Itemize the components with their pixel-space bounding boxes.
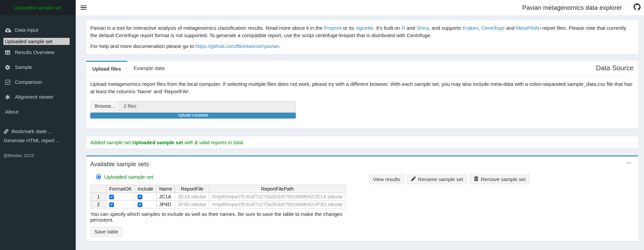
table-row: 1 JC1A JC1A.tabular /tmp/RtmpwYfc3I/af71…	[91, 193, 346, 200]
gear-icon	[5, 65, 13, 70]
include-cell	[135, 193, 156, 200]
table-note: You can specify which samples to include…	[90, 211, 362, 223]
column-header: Name	[156, 185, 175, 193]
inline-link[interactable]: Shiny	[416, 25, 429, 31]
collapse-button[interactable]: —	[624, 160, 633, 166]
pencil-icon	[411, 176, 416, 182]
minus-icon: —	[626, 160, 631, 166]
sidebar-item-label: About	[5, 108, 18, 115]
column-header: ReportFile	[175, 185, 209, 193]
sidebar: Data Input Uploaded sample set Results O…	[0, 15, 76, 250]
formatok-cell	[106, 193, 135, 200]
name-cell[interactable]: JP4D	[156, 200, 175, 208]
link-icon	[4, 129, 10, 134]
sidebar-item-data-input[interactable]: Data Input	[0, 23, 76, 38]
panel-body: Uploaded sample set FormatOK Include Nam…	[90, 172, 633, 236]
tab-upload-files[interactable]: Upload files	[86, 61, 127, 75]
inline-link[interactable]: vignette	[356, 25, 374, 31]
inline-link[interactable]: Kraken	[462, 25, 479, 31]
sidebar-item-about[interactable]: About	[0, 104, 76, 119]
box-title-data-source: Data Source	[596, 61, 638, 75]
asterisk-icon	[5, 95, 13, 100]
hamburger-icon	[80, 9, 87, 10]
remove-sample-set-button[interactable]: Remove sample set	[470, 174, 530, 184]
sidebar-item-label: Alignment viewer	[15, 94, 53, 100]
column-header: Include	[135, 185, 156, 193]
panel-header: Available sample sets —	[90, 160, 633, 169]
include-cell	[135, 200, 156, 208]
report-file-cell: JC1A.tabular	[175, 193, 209, 200]
sample-set-actions: View results Rename sample set Remove sa…	[369, 174, 633, 184]
upload-progress-bar: Upload complete	[90, 112, 296, 119]
sample-set-option: Uploaded sample set	[96, 174, 362, 180]
row-number: 1	[91, 193, 106, 200]
inline-link[interactable]: Centrifuge	[481, 25, 505, 31]
inline-link[interactable]: MetaPhlAn	[516, 25, 541, 31]
upload-description: Upload metagenomics report files from th…	[90, 80, 633, 95]
sidebar-item-label: Results Overview	[15, 49, 54, 56]
inline-link[interactable]: R	[402, 25, 405, 31]
generate-report-link[interactable]: Generate HTML report ...	[0, 136, 76, 145]
trash-icon	[474, 176, 478, 182]
button-label: Rename sample set	[418, 176, 463, 182]
available-sample-sets-panel: Available sample sets — Uploaded sample …	[86, 155, 638, 241]
app-logo-sample-set[interactable]: Uploaded sample set	[0, 0, 76, 15]
help-text: For help and more documenation please go…	[90, 43, 633, 50]
bookmark-state-link[interactable]: Bookmark state ...	[0, 127, 76, 136]
pavian-app: Uploaded sample set Pavian metagenomics …	[0, 0, 644, 250]
sample-set-radio-label: Uploaded sample set	[104, 174, 153, 180]
save-table-button[interactable]: Save table	[90, 227, 122, 236]
actions-column: View results Rename sample set Remove sa…	[362, 172, 633, 236]
report-file-cell: JP4D.tabular	[175, 200, 209, 208]
browse-button[interactable]: Browse...	[90, 101, 119, 111]
tab-header: Upload files Example data Data Source	[86, 61, 638, 76]
table-icon	[5, 50, 13, 55]
page-title: Pavian metagenomics data explorer	[522, 4, 629, 11]
github-link[interactable]	[630, 0, 644, 15]
rename-sample-set-button[interactable]: Rename sample set	[407, 174, 467, 184]
column-header: ReportFilePath	[209, 185, 346, 193]
column-header: FormatOK	[106, 185, 135, 193]
file-input-group: Browse... 2 files	[90, 101, 296, 111]
table-header-row: FormatOK Include Name ReportFile ReportF…	[91, 185, 346, 193]
top-header: Uploaded sample set Pavian metagenomics …	[0, 0, 644, 15]
upload-tab-content: Upload metagenomics report files from th…	[86, 76, 638, 129]
include-checkbox[interactable]	[138, 195, 142, 199]
formatok-checkbox[interactable]	[109, 202, 114, 207]
report-file-path-cell: /tmp/RtmpwYfc3I/af71275a2b3c87591868fe92…	[209, 193, 346, 200]
sidebar-link-label: Generate HTML report ...	[4, 137, 60, 144]
name-cell[interactable]: JC1A	[156, 193, 175, 200]
samples-table: FormatOK Include Name ReportFile ReportF…	[90, 185, 346, 208]
view-results-button[interactable]: View results	[369, 174, 404, 184]
navbar-right: Pavian metagenomics data explorer	[522, 0, 644, 15]
include-checkbox[interactable]	[138, 202, 142, 207]
sidebar-item-comparison[interactable]: Comparison	[0, 75, 76, 90]
sidebar-item-alignment-viewer[interactable]: Alignment viewer	[0, 90, 76, 104]
inline-link[interactable]: Preprint	[324, 25, 342, 31]
sample-set-column: Uploaded sample set FormatOK Include Nam…	[90, 172, 362, 236]
sidebar-sample-set-select[interactable]: Uploaded sample set	[3, 38, 70, 45]
file-input-display[interactable]: 2 files	[119, 101, 296, 111]
upload-status-message: Added sample set Uploaded sample set wit…	[86, 136, 638, 149]
data-source-box: Upload files Example data Data Source Up…	[86, 61, 638, 129]
inline-link[interactable]: https://github.com/fbreitwieser/pavian	[195, 43, 279, 49]
intro-text: Pavian is a tool for interactive analysi…	[90, 24, 633, 39]
sample-set-radio[interactable]	[96, 174, 101, 179]
main-content: Pavian is a tool for interactive analysi…	[76, 15, 644, 250]
button-label: Remove sample set	[481, 176, 526, 182]
row-number: 2	[91, 200, 106, 208]
intro-box: Pavian is a tool for interactive analysi…	[86, 20, 638, 54]
divider	[0, 119, 76, 127]
sidebar-item-label: Sample	[15, 64, 32, 71]
sidebar-menu: Data Input Uploaded sample set Results O…	[0, 15, 76, 158]
sidebar-item-label: Comparison	[15, 79, 42, 85]
cloud-upload-icon	[5, 28, 13, 33]
navbar: Pavian metagenomics data explorer	[76, 0, 644, 15]
sidebar-toggle-button[interactable]	[76, 0, 91, 15]
sidebar-item-label: Data Input	[15, 27, 38, 33]
progress-label: Upload complete	[178, 112, 208, 118]
sidebar-item-sample[interactable]: Sample	[0, 60, 76, 75]
tab-example-data[interactable]: Example data	[127, 61, 171, 75]
sidebar-item-results-overview[interactable]: Results Overview	[0, 45, 76, 60]
formatok-checkbox[interactable]	[109, 195, 114, 199]
